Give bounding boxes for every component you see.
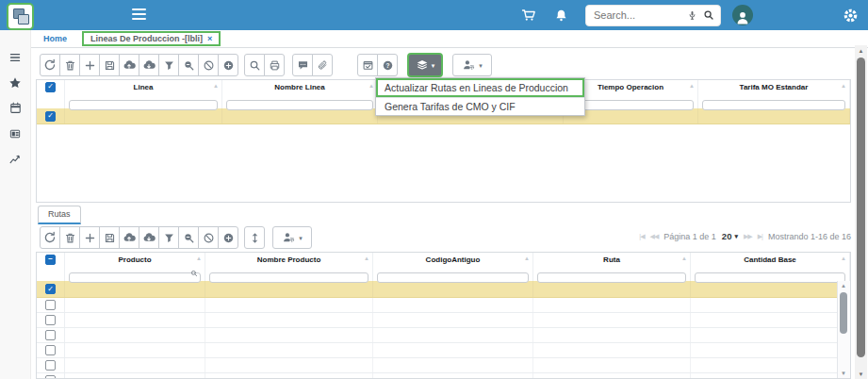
table-row[interactable] [37, 313, 838, 328]
user-actions-button[interactable]: ▾ [452, 54, 492, 76]
table-row[interactable] [37, 328, 838, 343]
filter-tiempo-operacion-input[interactable] [567, 100, 694, 110]
tab-lineas-de-produccion[interactable]: Lineas De Produccion -[lbli] × [82, 31, 221, 46]
print-button[interactable] [264, 54, 285, 76]
sort-icon[interactable]: ▲ [213, 83, 219, 89]
microphone-icon[interactable] [687, 9, 697, 22]
last-page-icon[interactable]: ▶| [758, 233, 762, 240]
expand-rows-button[interactable] [244, 226, 265, 249]
close-icon[interactable]: × [207, 34, 212, 43]
menu-item-actualizar-rutas[interactable]: Actualizar Rutas en Lineas de Produccion [376, 78, 584, 97]
save-button[interactable] [99, 54, 120, 76]
zoom-out-button[interactable] [178, 226, 199, 249]
cancel-button[interactable] [198, 54, 219, 76]
scroll-down-icon[interactable]: ▼ [838, 369, 849, 378]
row-checkbox[interactable] [45, 315, 56, 325]
attachments-button[interactable] [312, 54, 333, 76]
save-button[interactable] [99, 226, 120, 249]
sort-icon[interactable]: ▲ [681, 255, 687, 261]
delete-button[interactable] [59, 226, 80, 249]
column-header-tarifa-mo-estandar[interactable]: Tarifa MO Estandar ▲ [698, 80, 850, 93]
row-checkbox[interactable] [45, 330, 56, 340]
first-page-icon[interactable]: |◀ [639, 233, 644, 240]
filter-producto-input[interactable] [69, 272, 201, 283]
sort-icon[interactable]: ▲ [364, 255, 369, 261]
filter-linea-input[interactable] [69, 100, 218, 110]
filter-codigo-antiguo-input[interactable] [377, 272, 529, 283]
grid-scrollbar[interactable]: ▲ ▼ [837, 281, 850, 378]
sort-icon[interactable]: ▲ [689, 83, 695, 89]
search-input[interactable] [592, 8, 687, 22]
column-header-producto[interactable]: Producto ▲ [65, 253, 205, 266]
download-button[interactable] [139, 54, 159, 76]
menu-icon[interactable] [132, 8, 146, 23]
search-icon[interactable] [190, 270, 198, 277]
table-row[interactable] [37, 373, 838, 379]
filter-button[interactable] [158, 226, 179, 249]
filter-nombre-producto-input[interactable] [209, 272, 368, 283]
sidebar-chart-line-icon[interactable] [0, 146, 30, 172]
add-circle-button[interactable] [218, 226, 238, 249]
zoom-out-button[interactable] [178, 54, 199, 76]
row-checkbox[interactable]: ✓ [45, 111, 56, 122]
upload-button[interactable] [119, 226, 139, 249]
sort-icon[interactable]: ▲ [841, 83, 846, 89]
column-header-codigo-antiguo[interactable]: CodigoAntiguo ▲ [373, 253, 533, 266]
filter-ruta-input[interactable] [537, 272, 686, 283]
menu-item-genera-tarifas[interactable]: Genera Tarifas de CMO y CIF [376, 97, 584, 115]
scrollbar-thumb[interactable] [857, 58, 865, 357]
sort-icon[interactable]: ▲ [524, 255, 530, 261]
sort-icon[interactable]: ▲ [368, 83, 374, 89]
column-header-ruta[interactable]: Ruta ▲ [533, 253, 691, 266]
help-button[interactable]: ? [377, 54, 398, 76]
envelope-check-button[interactable] [357, 54, 378, 76]
next-page-icon[interactable]: ▶▶ [744, 233, 752, 240]
search-icon[interactable] [703, 9, 714, 21]
add-button[interactable] [79, 54, 100, 76]
filter-nombre-linea-input[interactable] [226, 100, 373, 110]
sort-icon[interactable]: ▲ [196, 255, 202, 261]
select-all-checkbox[interactable]: − [45, 255, 56, 265]
row-checkbox[interactable] [45, 360, 56, 371]
app-logo[interactable] [7, 3, 34, 30]
cancel-button[interactable] [198, 226, 219, 249]
refresh-button[interactable] [40, 54, 60, 76]
scroll-up-icon[interactable]: ▲ [855, 45, 867, 56]
row-checkbox[interactable] [45, 375, 56, 379]
add-button[interactable] [79, 226, 100, 249]
layers-menu-button[interactable]: ▾ [407, 53, 443, 77]
sidebar-calendar-icon[interactable] [0, 95, 30, 121]
page-size-select[interactable]: 20 ▾ [722, 231, 738, 241]
scroll-down-icon[interactable]: ▼ [855, 369, 867, 379]
column-header-nombre-producto[interactable]: Nombre Producto ▲ [205, 253, 373, 266]
user-actions-button[interactable]: ▾ [272, 226, 312, 249]
add-circle-button[interactable] [218, 54, 238, 76]
row-checkbox[interactable] [45, 300, 56, 310]
sort-icon[interactable]: ▲ [841, 255, 846, 261]
table-row[interactable] [37, 343, 838, 358]
column-header-nombre-linea[interactable]: Nombre Linea ▲ [222, 80, 378, 93]
tab-home[interactable]: Home [43, 34, 67, 43]
prev-page-icon[interactable]: ◀◀ [650, 233, 659, 240]
table-row[interactable] [37, 358, 838, 373]
search-button[interactable] [244, 54, 265, 76]
column-header-linea[interactable]: Linea ▲ [65, 80, 222, 93]
filter-button[interactable] [158, 54, 179, 76]
filter-tarifa-mo-input[interactable] [702, 100, 845, 110]
filter-cantidad-base-input[interactable] [695, 272, 845, 283]
column-header-cantidad-base[interactable]: Cantidad Base ▲ [691, 253, 850, 266]
page-scrollbar[interactable]: ▲ ▼ [855, 45, 867, 379]
row-checkbox[interactable]: ✓ [45, 284, 56, 294]
sidebar-bars-icon[interactable] [0, 44, 30, 70]
download-button[interactable] [139, 226, 159, 249]
selected-ruta-row[interactable]: ✓ [37, 281, 838, 298]
refresh-button[interactable] [40, 226, 60, 249]
comments-button[interactable] [292, 54, 313, 76]
avatar[interactable] [732, 5, 753, 25]
scrollbar-thumb[interactable] [840, 292, 847, 334]
gear-icon[interactable] [843, 8, 859, 24]
scroll-up-icon[interactable]: ▲ [838, 281, 849, 290]
cart-icon[interactable] [520, 8, 537, 23]
select-all-checkbox[interactable]: ✓ [45, 82, 56, 92]
sidebar-card-list-icon[interactable] [0, 121, 30, 146]
